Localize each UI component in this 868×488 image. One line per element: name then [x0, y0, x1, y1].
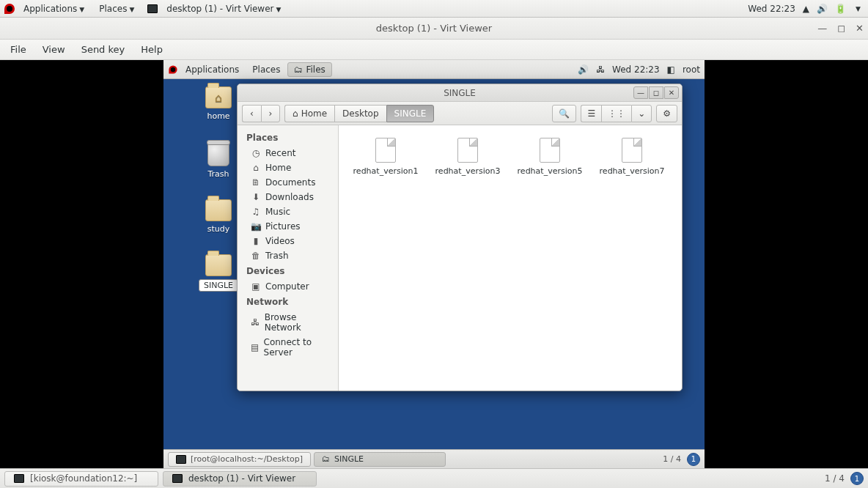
search-button[interactable]: 🔍 — [552, 105, 576, 122]
vv-titlebar[interactable]: desktop (1) - Virt Viewer — ◻ ✕ — [0, 18, 868, 40]
host-clock[interactable]: Wed 22:23 — [748, 4, 795, 14]
guest-clock[interactable]: Wed 22:23 — [612, 64, 660, 75]
host-active-app-menu[interactable]: desktop (1) - Virt Viewer▼ — [161, 2, 287, 15]
sidebar-item-recent[interactable]: ◷Recent — [238, 146, 338, 160]
label: SINGLE — [334, 454, 364, 464]
host-places-menu[interactable]: Places▼ — [93, 2, 140, 15]
menu-help[interactable]: Help — [133, 42, 170, 57]
home-icon: ⌂ — [293, 108, 298, 119]
host-bottom-panel: [kiosk@foundation12:~] desktop (1) - Vir… — [0, 468, 868, 488]
sidebar-item-trash[interactable]: 🗑Trash — [238, 248, 338, 263]
sidebar-item-documents[interactable]: 🗎Documents — [238, 175, 338, 190]
host-task-virtviewer[interactable]: desktop (1) - Virt Viewer — [163, 471, 317, 487]
label: Trash — [207, 169, 229, 179]
volume-icon[interactable]: 🔊 — [578, 64, 589, 75]
download-icon: ⬇ — [251, 192, 261, 202]
host-task-terminal[interactable]: [kiosk@foundation12:~] — [4, 471, 158, 487]
label: desktop (1) - Virt Viewer — [188, 473, 295, 484]
clock-icon: ◷ — [251, 148, 261, 158]
sidebar-item-home[interactable]: ⌂Home — [238, 160, 338, 175]
forward-button[interactable]: › — [261, 105, 280, 122]
host-applications-menu[interactable]: Applications▼ — [18, 2, 90, 15]
close-button[interactable]: ✕ — [664, 86, 679, 99]
trash-icon: 🗑 — [251, 251, 261, 261]
file-label: redhat_version3 — [435, 166, 501, 176]
label: Home — [301, 108, 327, 119]
settings-button[interactable]: ⚙ — [656, 105, 677, 122]
desktop-icon-trash[interactable]: Trash — [207, 141, 229, 179]
file-item[interactable]: redhat_version3 — [427, 134, 509, 185]
label: Home — [265, 163, 291, 173]
sidebar-item-connect-server[interactable]: ▤Connect to Server — [238, 335, 338, 360]
window-title: SINGLE — [444, 88, 476, 98]
label: Videos — [265, 236, 295, 246]
maximize-button[interactable]: ◻ — [837, 23, 845, 34]
sidebar-item-pictures[interactable]: 📷Pictures — [238, 219, 338, 234]
window-title: desktop (1) - Virt Viewer — [376, 23, 492, 34]
path-desktop[interactable]: Desktop — [334, 105, 386, 122]
document-icon: 🗎 — [251, 177, 261, 188]
nautilus-toolbar: ‹ › ⌂Home Desktop SINGLE 🔍 ☰ ⋮⋮ ⌄ ⚙ — [238, 102, 682, 125]
minimize-button[interactable]: — — [817, 23, 827, 34]
vv-menubar: File View Send key Help — [0, 40, 868, 60]
user-label[interactable]: root — [683, 64, 700, 75]
sidebar-item-downloads[interactable]: ⬇Downloads — [238, 190, 338, 204]
label: study — [207, 224, 230, 234]
close-button[interactable]: ✕ — [856, 23, 864, 34]
label: Pictures — [265, 221, 301, 232]
document-icon — [457, 138, 478, 163]
guest-places-menu[interactable]: Places — [246, 63, 286, 76]
label: Downloads — [265, 192, 314, 202]
gear-icon: ⚙ — [663, 108, 671, 119]
volume-icon[interactable]: 🔊 — [817, 4, 828, 14]
guest-task-files[interactable]: 🗂SINGLE — [314, 452, 446, 467]
terminal-icon — [176, 455, 186, 464]
camera-icon: 📷 — [251, 221, 261, 232]
workspace-switcher[interactable]: 1 — [850, 472, 864, 485]
chevron-down-icon[interactable]: ▼ — [856, 5, 861, 12]
sidebar-header-places: Places — [238, 130, 338, 146]
workspace-label: 1 / 4 — [825, 473, 845, 484]
back-button[interactable]: ‹ — [242, 105, 261, 122]
sidebar-item-videos[interactable]: ▮Videos — [238, 234, 338, 248]
view-list-button[interactable]: ☰ — [581, 105, 601, 122]
desktop-icon-single[interactable]: SINGLE — [199, 254, 238, 292]
label: Connect to Server — [264, 337, 329, 358]
label: desktop (1) - Virt Viewer — [166, 4, 273, 14]
guest-active-app[interactable]: 🗂Files — [287, 62, 331, 77]
sidebar-item-computer[interactable]: ▣Computer — [238, 279, 338, 294]
wifi-icon[interactable]: ▲ — [803, 4, 809, 14]
view-grid-button[interactable]: ⋮⋮ — [601, 105, 631, 122]
minimize-button[interactable]: — — [633, 86, 648, 99]
battery-icon[interactable]: 🔋 — [835, 4, 846, 14]
label: Trash — [265, 251, 289, 261]
document-icon — [375, 138, 396, 163]
file-label: redhat_version1 — [353, 166, 419, 176]
maximize-button[interactable]: ◻ — [649, 86, 663, 99]
view-options-button[interactable]: ⌄ — [631, 105, 652, 122]
menu-sendkey[interactable]: Send key — [74, 42, 133, 57]
file-item[interactable]: redhat_version5 — [509, 134, 591, 185]
guest-applications-menu[interactable]: Applications — [180, 63, 245, 76]
path-home[interactable]: ⌂Home — [284, 105, 334, 122]
guest-task-terminal[interactable]: [root@localhost:~/Desktop] — [168, 452, 311, 467]
sidebar-item-music[interactable]: ♫Music — [238, 204, 338, 219]
menu-view[interactable]: View — [35, 42, 73, 57]
desktop-icon-home[interactable]: home — [205, 86, 232, 121]
file-item[interactable]: redhat_version7 — [591, 134, 673, 185]
nautilus-sidebar: Places ◷Recent ⌂Home 🗎Documents ⬇Downloa… — [238, 125, 339, 391]
menu-file[interactable]: File — [3, 42, 34, 57]
nautilus-content[interactable]: redhat_version1 redhat_version3 redhat_v… — [339, 125, 682, 391]
document-icon — [540, 138, 560, 163]
file-item[interactable]: redhat_version1 — [345, 134, 427, 185]
workspace-switcher[interactable]: 1 — [687, 453, 700, 466]
guest-bottom-panel: [root@localhost:~/Desktop] 🗂SINGLE 1 / 4… — [163, 449, 705, 468]
guest-viewport: Applications Places 🗂Files 🔊 🖧 Wed 22:23… — [163, 60, 705, 468]
label: Recent — [265, 148, 295, 158]
sidebar-item-browse-network[interactable]: 🖧Browse Network — [238, 310, 338, 335]
nautilus-titlebar[interactable]: SINGLE — ◻ ✕ — [238, 84, 682, 102]
desktop-icon-study[interactable]: study — [205, 199, 232, 234]
network-icon[interactable]: 🖧 — [596, 64, 605, 75]
path-single[interactable]: SINGLE — [386, 105, 435, 122]
terminal-icon — [14, 474, 24, 483]
